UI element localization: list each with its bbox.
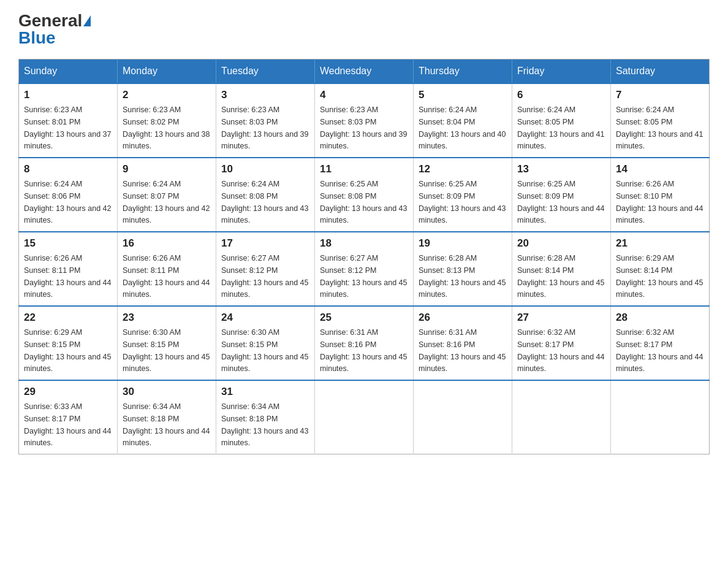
day-number: 7: [616, 89, 704, 101]
day-number: 16: [123, 237, 211, 250]
day-number: 22: [24, 312, 112, 324]
calendar-cell: 24 Sunrise: 6:30 AMSunset: 8:15 PMDaylig…: [216, 306, 315, 380]
day-info: Sunrise: 6:29 AMSunset: 8:14 PMDaylight:…: [616, 254, 703, 299]
calendar-cell: [414, 380, 512, 454]
day-info: Sunrise: 6:33 AMSunset: 8:17 PMDaylight:…: [24, 402, 111, 447]
day-number: 14: [616, 163, 704, 175]
calendar-cell: 9 Sunrise: 6:24 AMSunset: 8:07 PMDayligh…: [118, 158, 216, 232]
day-number: 29: [24, 386, 112, 398]
calendar-cell: 23 Sunrise: 6:30 AMSunset: 8:15 PMDaylig…: [118, 306, 216, 380]
calendar-week-row: 15 Sunrise: 6:26 AMSunset: 8:11 PMDaylig…: [19, 232, 710, 306]
calendar-cell: [315, 380, 414, 454]
calendar-week-row: 22 Sunrise: 6:29 AMSunset: 8:15 PMDaylig…: [19, 306, 710, 380]
day-number: 26: [419, 312, 507, 324]
header-thursday: Thursday: [414, 59, 512, 84]
day-info: Sunrise: 6:30 AMSunset: 8:15 PMDaylight:…: [221, 328, 308, 373]
calendar-week-row: 1 Sunrise: 6:23 AMSunset: 8:01 PMDayligh…: [19, 83, 710, 158]
day-info: Sunrise: 6:28 AMSunset: 8:13 PMDaylight:…: [419, 254, 506, 299]
day-info: Sunrise: 6:26 AMSunset: 8:10 PMDaylight:…: [616, 180, 703, 224]
calendar-cell: 10 Sunrise: 6:24 AMSunset: 8:08 PMDaylig…: [216, 158, 315, 232]
day-number: 10: [221, 163, 309, 175]
day-number: 25: [320, 312, 408, 324]
calendar-cell: 29 Sunrise: 6:33 AMSunset: 8:17 PMDaylig…: [19, 380, 118, 454]
day-info: Sunrise: 6:25 AMSunset: 8:08 PMDaylight:…: [320, 180, 407, 224]
day-info: Sunrise: 6:31 AMSunset: 8:16 PMDaylight:…: [320, 328, 407, 373]
day-info: Sunrise: 6:26 AMSunset: 8:11 PMDaylight:…: [24, 254, 111, 299]
calendar-header-row: Sunday Monday Tuesday Wednesday Thursday…: [19, 59, 710, 84]
calendar-cell: 17 Sunrise: 6:27 AMSunset: 8:12 PMDaylig…: [216, 232, 315, 306]
day-info: Sunrise: 6:34 AMSunset: 8:18 PMDaylight:…: [123, 402, 210, 447]
day-info: Sunrise: 6:30 AMSunset: 8:15 PMDaylight:…: [123, 328, 210, 373]
day-number: 31: [221, 386, 309, 398]
day-number: 8: [24, 163, 112, 175]
day-info: Sunrise: 6:24 AMSunset: 8:08 PMDaylight:…: [221, 180, 308, 224]
day-info: Sunrise: 6:24 AMSunset: 8:07 PMDaylight:…: [123, 180, 210, 224]
calendar-cell: 19 Sunrise: 6:28 AMSunset: 8:13 PMDaylig…: [414, 232, 512, 306]
logo: General Blue: [18, 12, 91, 47]
calendar-cell: 16 Sunrise: 6:26 AMSunset: 8:11 PMDaylig…: [118, 232, 216, 306]
calendar-cell: 25 Sunrise: 6:31 AMSunset: 8:16 PMDaylig…: [315, 306, 414, 380]
calendar-cell: 21 Sunrise: 6:29 AMSunset: 8:14 PMDaylig…: [611, 232, 710, 306]
day-info: Sunrise: 6:31 AMSunset: 8:16 PMDaylight:…: [419, 328, 506, 373]
day-info: Sunrise: 6:29 AMSunset: 8:15 PMDaylight:…: [24, 328, 111, 373]
day-number: 3: [221, 89, 309, 101]
day-number: 28: [616, 312, 704, 324]
day-number: 21: [616, 237, 704, 250]
day-number: 19: [419, 237, 507, 250]
day-number: 30: [123, 386, 211, 398]
day-number: 24: [221, 312, 309, 324]
calendar-cell: 20 Sunrise: 6:28 AMSunset: 8:14 PMDaylig…: [512, 232, 611, 306]
calendar-cell: 13 Sunrise: 6:25 AMSunset: 8:09 PMDaylig…: [512, 158, 611, 232]
day-number: 20: [517, 237, 605, 250]
calendar-cell: 5 Sunrise: 6:24 AMSunset: 8:04 PMDayligh…: [414, 83, 512, 158]
calendar-cell: 31 Sunrise: 6:34 AMSunset: 8:18 PMDaylig…: [216, 380, 315, 454]
calendar-cell: 28 Sunrise: 6:32 AMSunset: 8:17 PMDaylig…: [611, 306, 710, 380]
header-friday: Friday: [512, 59, 611, 84]
calendar-cell: 3 Sunrise: 6:23 AMSunset: 8:03 PMDayligh…: [216, 83, 315, 158]
day-number: 23: [123, 312, 211, 324]
calendar-cell: 11 Sunrise: 6:25 AMSunset: 8:08 PMDaylig…: [315, 158, 414, 232]
day-number: 13: [517, 163, 605, 175]
day-info: Sunrise: 6:24 AMSunset: 8:04 PMDaylight:…: [419, 105, 506, 150]
day-info: Sunrise: 6:28 AMSunset: 8:14 PMDaylight:…: [517, 254, 604, 299]
header-monday: Monday: [118, 59, 216, 84]
calendar-cell: 12 Sunrise: 6:25 AMSunset: 8:09 PMDaylig…: [414, 158, 512, 232]
day-number: 2: [123, 89, 211, 101]
day-info: Sunrise: 6:26 AMSunset: 8:11 PMDaylight:…: [123, 254, 210, 299]
header-wednesday: Wednesday: [315, 59, 414, 84]
day-info: Sunrise: 6:23 AMSunset: 8:03 PMDaylight:…: [320, 105, 407, 150]
day-info: Sunrise: 6:23 AMSunset: 8:03 PMDaylight:…: [221, 105, 308, 150]
calendar-cell: [611, 380, 710, 454]
day-number: 9: [123, 163, 211, 175]
day-number: 5: [419, 89, 507, 101]
calendar-cell: 15 Sunrise: 6:26 AMSunset: 8:11 PMDaylig…: [19, 232, 118, 306]
day-number: 12: [419, 163, 507, 175]
calendar-cell: 6 Sunrise: 6:24 AMSunset: 8:05 PMDayligh…: [512, 83, 611, 158]
day-info: Sunrise: 6:23 AMSunset: 8:01 PMDaylight:…: [24, 105, 111, 150]
calendar-cell: 1 Sunrise: 6:23 AMSunset: 8:01 PMDayligh…: [19, 83, 118, 158]
calendar-cell: 30 Sunrise: 6:34 AMSunset: 8:18 PMDaylig…: [118, 380, 216, 454]
header-tuesday: Tuesday: [216, 59, 315, 84]
calendar-week-row: 29 Sunrise: 6:33 AMSunset: 8:17 PMDaylig…: [19, 380, 710, 454]
day-info: Sunrise: 6:32 AMSunset: 8:17 PMDaylight:…: [517, 328, 604, 373]
day-info: Sunrise: 6:27 AMSunset: 8:12 PMDaylight:…: [221, 254, 308, 299]
day-number: 18: [320, 237, 408, 250]
day-info: Sunrise: 6:34 AMSunset: 8:18 PMDaylight:…: [221, 402, 308, 447]
header-sunday: Sunday: [19, 59, 118, 84]
page-header: General Blue: [18, 12, 710, 47]
calendar-cell: 14 Sunrise: 6:26 AMSunset: 8:10 PMDaylig…: [611, 158, 710, 232]
logo-blue-text: Blue: [18, 28, 56, 47]
day-number: 6: [517, 89, 605, 101]
day-info: Sunrise: 6:27 AMSunset: 8:12 PMDaylight:…: [320, 254, 407, 299]
day-number: 4: [320, 89, 408, 101]
day-info: Sunrise: 6:23 AMSunset: 8:02 PMDaylight:…: [123, 105, 210, 150]
calendar-cell: 27 Sunrise: 6:32 AMSunset: 8:17 PMDaylig…: [512, 306, 611, 380]
calendar-cell: 22 Sunrise: 6:29 AMSunset: 8:15 PMDaylig…: [19, 306, 118, 380]
calendar-cell: 18 Sunrise: 6:27 AMSunset: 8:12 PMDaylig…: [315, 232, 414, 306]
calendar-cell: [512, 380, 611, 454]
header-saturday: Saturday: [611, 59, 710, 84]
logo-general-text: General: [18, 12, 82, 29]
calendar-cell: 4 Sunrise: 6:23 AMSunset: 8:03 PMDayligh…: [315, 83, 414, 158]
calendar-table: Sunday Monday Tuesday Wednesday Thursday…: [18, 59, 710, 454]
day-info: Sunrise: 6:24 AMSunset: 8:06 PMDaylight:…: [24, 180, 111, 224]
